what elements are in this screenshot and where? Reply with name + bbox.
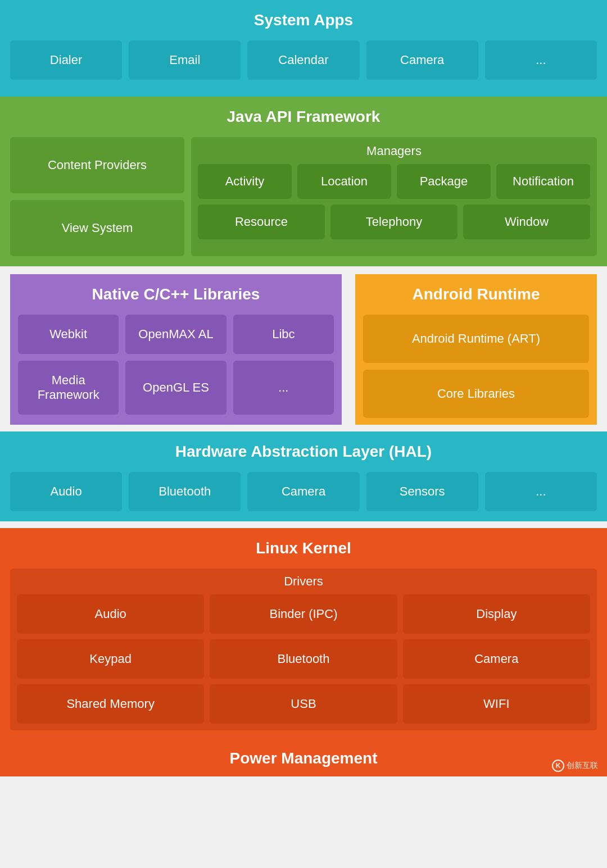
native-row-1: Webkit OpenMAX AL Libc bbox=[18, 315, 334, 354]
list-item: OpenMAX AL bbox=[125, 315, 226, 354]
managers-grid: Activity Location Package Notification R… bbox=[198, 164, 590, 239]
power-management-layer: Power Management K 创新互联 bbox=[0, 740, 607, 776]
list-item: Android Runtime (ART) bbox=[363, 315, 589, 363]
hal-layer: Hardware Abstraction Layer (HAL) Audio B… bbox=[0, 431, 607, 521]
list-item: Notification bbox=[496, 164, 590, 199]
drivers-grid: Audio Binder (IPC) Display Keypad Blueto… bbox=[17, 594, 590, 724]
list-item: Telephony bbox=[330, 204, 457, 239]
list-item: USB bbox=[210, 684, 397, 724]
view-system-box: View System bbox=[10, 200, 184, 256]
system-apps-title: System Apps bbox=[10, 8, 597, 33]
list-item: Bluetooth bbox=[210, 639, 397, 679]
android-runtime-layer: Android Runtime Android Runtime (ART) Co… bbox=[355, 274, 597, 425]
managers-col: Managers Activity Location Package Notif… bbox=[191, 137, 597, 256]
list-item: ... bbox=[233, 361, 334, 415]
list-item: Activity bbox=[198, 164, 292, 199]
drivers-row-3: Shared Memory USB WIFI bbox=[17, 684, 590, 724]
watermark-icon: K bbox=[552, 760, 564, 772]
android-runtime-items: Android Runtime (ART) Core Libraries bbox=[363, 315, 589, 418]
system-apps-row: Dialer Email Calendar Camera ... bbox=[10, 40, 597, 80]
list-item: Bluetooth bbox=[129, 472, 241, 511]
linux-kernel-title: Linux Kernel bbox=[10, 536, 597, 561]
managers-title: Managers bbox=[198, 144, 590, 158]
system-apps-layer: System Apps Dialer Email Calendar Camera… bbox=[0, 0, 607, 97]
native-libs-title: Native C/C++ Libraries bbox=[18, 282, 334, 307]
list-item: ... bbox=[485, 472, 597, 511]
native-libs-layer: Native C/C++ Libraries Webkit OpenMAX AL… bbox=[10, 274, 342, 425]
list-item: Email bbox=[129, 40, 241, 80]
list-item: Dialer bbox=[10, 40, 122, 80]
list-item: Keypad bbox=[17, 639, 204, 679]
native-row-2: Media Framework OpenGL ES ... bbox=[18, 361, 334, 415]
list-item: Core Libraries bbox=[363, 370, 589, 418]
java-api-inner: Content Providers View System Managers A… bbox=[10, 137, 597, 256]
managers-row-1: Activity Location Package Notification bbox=[198, 164, 590, 199]
java-api-layer: Java API Framework Content Providers Vie… bbox=[0, 97, 607, 266]
middle-section: Native C/C++ Libraries Webkit OpenMAX AL… bbox=[0, 266, 607, 425]
list-item: Libc bbox=[233, 315, 334, 354]
content-providers-box: Content Providers bbox=[10, 137, 184, 193]
list-item: ... bbox=[485, 40, 597, 80]
list-item: Location bbox=[297, 164, 391, 199]
hal-items-row: Audio Bluetooth Camera Sensors ... bbox=[10, 472, 597, 511]
linux-kernel-layer: Linux Kernel Drivers Audio Binder (IPC) … bbox=[0, 528, 607, 740]
list-item: Window bbox=[463, 204, 590, 239]
watermark-text: 创新互联 bbox=[567, 761, 598, 771]
android-runtime-title: Android Runtime bbox=[363, 282, 589, 307]
java-api-title: Java API Framework bbox=[10, 104, 597, 129]
list-item: Camera bbox=[366, 40, 478, 80]
watermark: K 创新互联 bbox=[552, 760, 598, 772]
list-item: Display bbox=[403, 594, 590, 634]
list-item: Package bbox=[397, 164, 491, 199]
list-item: Calendar bbox=[247, 40, 359, 80]
list-item: Binder (IPC) bbox=[210, 594, 397, 634]
managers-row-2: Resource Telephony Window bbox=[198, 204, 590, 239]
list-item: Media Framework bbox=[18, 361, 119, 415]
drivers-section: Drivers Audio Binder (IPC) Display Keypa… bbox=[10, 569, 597, 730]
drivers-row-1: Audio Binder (IPC) Display bbox=[17, 594, 590, 634]
hal-title: Hardware Abstraction Layer (HAL) bbox=[10, 439, 597, 464]
list-item: Audio bbox=[17, 594, 204, 634]
list-item: Resource bbox=[198, 204, 325, 239]
content-providers-col: Content Providers View System bbox=[10, 137, 184, 256]
list-item: Shared Memory bbox=[17, 684, 204, 724]
power-management-title: Power Management bbox=[9, 749, 598, 767]
drivers-row-2: Keypad Bluetooth Camera bbox=[17, 639, 590, 679]
list-item: Sensors bbox=[366, 472, 478, 511]
list-item: Audio bbox=[10, 472, 122, 511]
list-item: Camera bbox=[403, 639, 590, 679]
list-item: OpenGL ES bbox=[125, 361, 226, 415]
list-item: Webkit bbox=[18, 315, 119, 354]
drivers-title: Drivers bbox=[17, 574, 590, 589]
list-item: Camera bbox=[247, 472, 359, 511]
list-item: WIFI bbox=[403, 684, 590, 724]
